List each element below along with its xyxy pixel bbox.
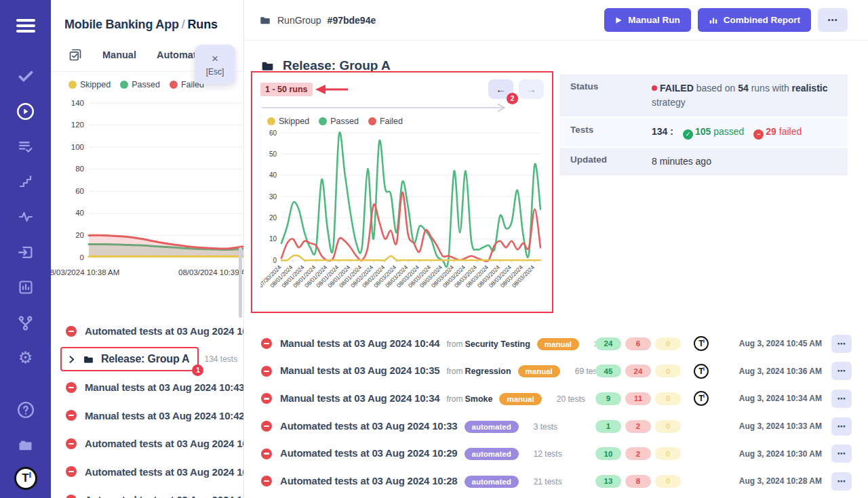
testomat-logo-icon: T xyxy=(694,336,709,351)
svg-text:20: 20 xyxy=(269,214,277,222)
row-menu-button[interactable]: ⋯ xyxy=(831,390,852,408)
run-title[interactable]: Release: Group A xyxy=(101,353,189,365)
hamburger-menu-icon[interactable] xyxy=(16,16,35,35)
passed-pill: 24 xyxy=(595,337,621,350)
svg-text:60: 60 xyxy=(75,187,84,195)
sidebar-item-import[interactable] xyxy=(17,243,34,261)
failed-status-icon xyxy=(66,495,77,498)
run-title[interactable]: Automated tests at 03 Aug 2024 10:33 xyxy=(280,420,458,432)
sidebar-item-tests[interactable] xyxy=(17,67,35,85)
scrollbar[interactable] xyxy=(239,247,242,318)
run-row[interactable]: Automated tests at 03 Aug 2024 10:28 aut… xyxy=(251,468,868,495)
run-title[interactable]: Automated tests at 03 Aug 2024 10:29 xyxy=(280,447,458,459)
more-actions-button[interactable]: ⋯ xyxy=(818,8,848,32)
run-list-item[interactable]: Manual tests at 03 Aug 2024 10:42 xyxy=(51,402,244,430)
run-title[interactable]: Automated tests at 03 Aug 2024 10 xyxy=(85,438,244,449)
run-type-badge: manual xyxy=(518,365,560,377)
sidebar-item-pulse[interactable] xyxy=(18,208,34,226)
run-timestamp: Aug 3, 2024 10:34 AM xyxy=(720,394,822,403)
result-pills: 45 24 0 xyxy=(595,365,682,377)
passed-dot xyxy=(120,81,128,89)
pager-next-button[interactable]: → xyxy=(519,79,544,99)
run-title[interactable]: Automated tests at 03 Aug 2024 10:28 xyxy=(280,475,458,486)
pager-prev-button[interactable]: ←2 xyxy=(488,79,513,99)
testomat-logo-icon[interactable]: T xyxy=(14,472,37,489)
chevron-right-icon[interactable] xyxy=(67,355,76,364)
close-overlay-card[interactable]: × [Esc] xyxy=(195,45,235,84)
annotated-group-box[interactable]: Release: Group A 1 xyxy=(60,347,199,371)
folder-icon xyxy=(83,354,94,365)
run-title[interactable]: Manual tests at 03 Aug 2024 10:43 xyxy=(85,381,244,393)
run-title[interactable]: Automated tests at 03 Aug 2024 1 xyxy=(85,494,242,498)
svg-text:140: 140 xyxy=(71,99,84,107)
chart-pager: ←2 → xyxy=(488,79,544,99)
failed-status-icon xyxy=(261,421,272,432)
run-source: fromRegression xyxy=(446,367,511,376)
svg-text:100: 100 xyxy=(71,143,84,151)
run-title[interactable]: Automated tests at 03 Aug 2024 10 xyxy=(85,466,244,478)
row-menu-button[interactable]: ⋯ xyxy=(831,417,852,436)
row-menu-button[interactable]: ⋯ xyxy=(831,335,852,353)
run-timestamp: Aug 3, 2024 10:36 AM xyxy=(720,367,822,376)
run-type-badge: manual xyxy=(499,393,541,405)
result-pills: 13 8 0 xyxy=(595,475,682,488)
import-icon xyxy=(17,244,34,261)
sidebar-item-branches[interactable] xyxy=(17,314,34,331)
run-list-item[interactable]: Automated tests at 03 Aug 2024 10 xyxy=(51,317,244,346)
runs-list: Automated tests at 03 Aug 2024 10 Releas… xyxy=(51,317,244,498)
skipped-pill: 0 xyxy=(655,337,681,350)
row-menu-button[interactable]: ⋯ xyxy=(831,472,852,491)
sidebar-item-projects[interactable] xyxy=(16,436,35,454)
failed-dot xyxy=(368,117,376,125)
run-row[interactable]: Automated tests at 03 Aug 2024 10:29 aut… xyxy=(251,440,868,468)
run-title[interactable]: Manual tests at 03 Aug 2024 10:35 xyxy=(280,365,439,376)
svg-text:80: 80 xyxy=(75,165,84,173)
run-list-item[interactable]: Automated tests at 03 Aug 2024 10 xyxy=(51,458,244,486)
row-menu-button[interactable]: ⋯ xyxy=(831,362,852,380)
close-icon[interactable]: × xyxy=(212,53,218,64)
run-row[interactable]: Manual tests at 03 Aug 2024 10:34 fromSm… xyxy=(251,385,868,413)
failed-status-icon xyxy=(66,438,77,449)
run-list-item[interactable]: Manual tests at 03 Aug 2024 10:43 xyxy=(51,373,244,402)
run-title[interactable]: Automated tests at 03 Aug 2024 10 xyxy=(85,325,244,337)
tab-manual[interactable]: Manual xyxy=(102,49,136,60)
rungroup-breadcrumb: RunGroup #97bde94e xyxy=(259,14,376,26)
manual-run-button[interactable]: Manual Run xyxy=(604,8,691,32)
sidebar-item-settings[interactable]: ⚙ xyxy=(18,349,33,367)
run-type-badge: automated xyxy=(465,476,519,488)
sidebar-item-runs[interactable] xyxy=(16,102,35,120)
run-list-item[interactable]: Automated tests at 03 Aug 2024 10 xyxy=(51,430,244,458)
esc-hint: [Esc] xyxy=(206,67,224,77)
run-list-item[interactable]: Release: Group A 1 134 tests54 r xyxy=(51,346,244,374)
minus-circle-icon: − xyxy=(753,129,764,140)
sidebar-item-analytics[interactable] xyxy=(18,278,34,296)
breadcrumb: Mobile Banking App/Runs xyxy=(51,0,243,32)
breadcrumb-project[interactable]: Mobile Banking App xyxy=(64,18,179,31)
failed-status-icon xyxy=(261,338,272,349)
run-title[interactable]: Manual tests at 03 Aug 2024 10:34 xyxy=(280,392,439,404)
list-check-icon xyxy=(17,138,34,155)
run-row[interactable]: Manual tests at 03 Aug 2024 10:44 fromSe… xyxy=(251,330,868,358)
row-menu-button[interactable]: ⋯ xyxy=(831,444,852,463)
run-row[interactable]: Automated tests at 03 Aug 2024 10:33 aut… xyxy=(251,413,868,440)
run-row[interactable]: Manual tests at 03 Aug 2024 10:35 fromRe… xyxy=(251,358,868,386)
sidebar-item-help[interactable] xyxy=(17,401,35,419)
run-timestamp: Aug 3, 2024 10:33 AM xyxy=(720,421,822,431)
git-branch-icon xyxy=(17,314,34,331)
pulse-icon xyxy=(18,209,34,225)
combined-report-button[interactable]: Combined Report xyxy=(698,8,811,32)
run-list-item[interactable]: Automated tests at 03 Aug 2024 1 xyxy=(51,486,244,498)
runs-range-label: 1 - 50 runs xyxy=(260,83,313,96)
testomat-logo-icon: T xyxy=(694,391,709,406)
run-title[interactable]: Manual tests at 03 Aug 2024 10:44 xyxy=(280,337,439,349)
main-content: RunGroup #97bde94e Manual Run Combined R… xyxy=(244,0,868,498)
failed-status-icon xyxy=(66,326,77,337)
sidebar-item-milestones[interactable] xyxy=(18,173,34,190)
suite-name: Smoke xyxy=(465,394,492,404)
release-title: Release: Group A xyxy=(244,41,868,73)
check-circle-icon: ✓ xyxy=(683,129,693,140)
run-title[interactable]: Manual tests at 03 Aug 2024 10:42 xyxy=(85,410,244,421)
sidebar-item-test-plans[interactable] xyxy=(17,138,34,155)
select-all-icon[interactable] xyxy=(68,48,82,62)
run-source: fromSecurity Testing xyxy=(446,339,530,349)
